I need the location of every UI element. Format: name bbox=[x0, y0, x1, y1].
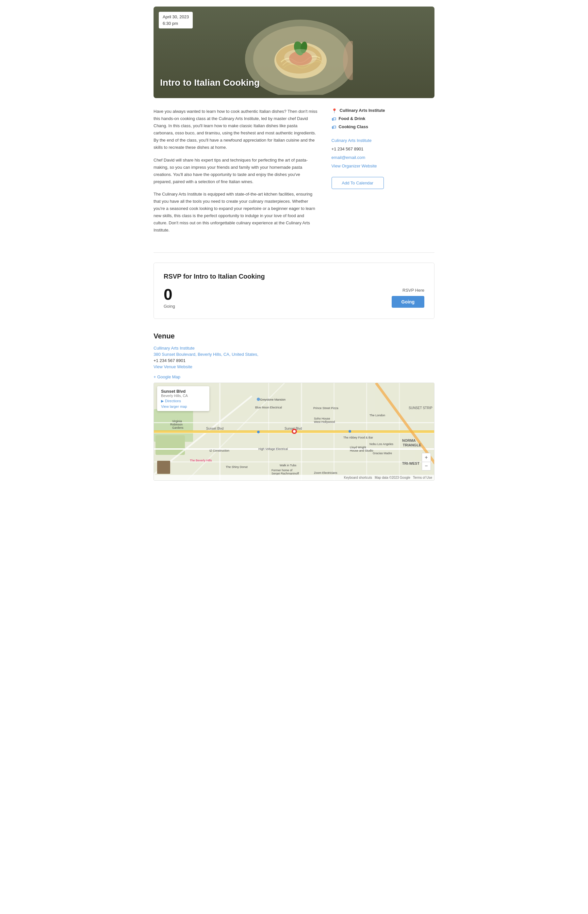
map-place-sub: Beverly Hills, CA bbox=[161, 394, 205, 398]
event-description: Have you always wanted to learn how to c… bbox=[153, 108, 318, 239]
map-larger-link[interactable]: View larger map bbox=[161, 405, 205, 408]
map-container: Sunset Blvd Sunset Blvd Greystone Mansio… bbox=[153, 382, 435, 481]
map-terms-label: Terms of Use bbox=[413, 476, 432, 480]
svg-text:Soho House: Soho House bbox=[314, 417, 330, 420]
svg-text:The London: The London bbox=[370, 414, 385, 417]
rsvp-title: RSVP for Intro to Italian Cooking bbox=[164, 273, 424, 280]
venue-info-item: 📍 Cullinary Arts Institute bbox=[331, 108, 435, 113]
svg-point-7 bbox=[284, 49, 317, 65]
rsvp-going-label: Going bbox=[164, 304, 379, 309]
svg-text:TRIANGLE: TRIANGLE bbox=[403, 443, 421, 447]
rsvp-right: RSVP Here Going bbox=[392, 288, 424, 308]
svg-rect-13 bbox=[154, 448, 434, 450]
map-zoom-controls: + − bbox=[422, 453, 431, 471]
rsvp-section: RSVP for Intro to Italian Cooking 0 Goin… bbox=[153, 263, 435, 319]
map-thumbnail bbox=[157, 461, 170, 474]
svg-text:House and Studio: House and Studio bbox=[350, 449, 373, 452]
svg-text:The Shiny Donut: The Shiny Donut bbox=[226, 465, 248, 468]
svg-rect-11 bbox=[155, 435, 185, 455]
category2-item: 🏷 Cooking Class bbox=[331, 124, 435, 130]
svg-text:The Abbey Food & Bar: The Abbey Food & Bar bbox=[343, 436, 373, 439]
svg-text:Former home of: Former home of bbox=[271, 468, 293, 472]
svg-point-28 bbox=[257, 398, 260, 401]
svg-text:Lloyd Wright: Lloyd Wright bbox=[350, 446, 366, 449]
description-para-1: Have you always wanted to learn how to c… bbox=[153, 108, 318, 151]
rsvp-count-area: 0 Going bbox=[164, 287, 379, 309]
venue-name-link[interactable]: Cullinary Arts Institute bbox=[153, 346, 435, 350]
svg-point-57 bbox=[257, 431, 260, 433]
event-title: Intro to Italian Cooking bbox=[160, 77, 260, 88]
date-badge: April 30, 2023 6:30 pm bbox=[159, 12, 193, 28]
main-content: Have you always wanted to learn how to c… bbox=[153, 108, 435, 239]
hero-banner: April 30, 2023 6:30 pm Intro to Italian … bbox=[153, 6, 435, 98]
organizer-phone: +1 234 567 8901 bbox=[331, 146, 363, 151]
rsvp-here-label: RSVP Here bbox=[392, 288, 424, 293]
event-sidebar: 📍 Cullinary Arts Institute 🏷 Food & Drin… bbox=[331, 108, 435, 239]
map-data-label: Map data ©2023 Google bbox=[375, 476, 410, 480]
venue-section-title: Venue bbox=[153, 332, 435, 340]
venue-website-link[interactable]: View Venue Website bbox=[153, 364, 435, 369]
svg-text:Zoom Electricians: Zoom Electricians bbox=[314, 471, 338, 475]
svg-text:High Voltage Electrical: High Voltage Electrical bbox=[258, 447, 288, 451]
svg-text:Gardens: Gardens bbox=[172, 426, 184, 429]
category1-item: 🏷 Food & Drink bbox=[331, 116, 435, 122]
svg-text:NORMA: NORMA bbox=[402, 439, 416, 442]
description-para-2: Chef David will share his expert tips an… bbox=[153, 157, 318, 185]
svg-text:Nobu Los Angeles: Nobu Los Angeles bbox=[370, 442, 394, 446]
svg-text:Virginia: Virginia bbox=[172, 420, 182, 423]
tag-icon: 🏷 bbox=[331, 117, 336, 122]
map-info-box: Sunset Blvd Beverly Hills, CA ▶ Directio… bbox=[157, 386, 209, 411]
svg-text:Robinson: Robinson bbox=[170, 423, 183, 426]
map-zoom-in-button[interactable]: + bbox=[422, 453, 431, 462]
svg-rect-14 bbox=[154, 422, 434, 423]
svg-text:Walk in Tubs: Walk in Tubs bbox=[279, 464, 297, 467]
organizer-website-link[interactable]: View Organizer Website bbox=[331, 162, 435, 170]
venue-address: 380 Sunset Boulevard, Beverly Hills, CA,… bbox=[153, 352, 435, 357]
organizer-section: Culinary Arts Institute +1 234 567 8901 … bbox=[331, 136, 435, 170]
going-button[interactable]: Going bbox=[392, 296, 424, 308]
svg-text:TRI-WEST: TRI-WEST bbox=[402, 462, 420, 465]
map-zoom-out-button[interactable]: − bbox=[422, 462, 431, 470]
svg-text:Prince Street Pizza: Prince Street Pizza bbox=[313, 407, 338, 410]
description-para-3: The Culinary Arts Institute is equipped … bbox=[153, 191, 318, 234]
rsvp-count: 0 bbox=[164, 287, 379, 303]
venue-section: Venue Cullinary Arts Institute 380 Sunse… bbox=[153, 332, 435, 481]
google-map-link[interactable]: + Google Map bbox=[153, 374, 435, 379]
add-to-calendar-button[interactable]: Add To Calendar bbox=[331, 177, 384, 189]
svg-text:Gracias Madre: Gracias Madre bbox=[373, 452, 392, 455]
section-divider bbox=[153, 253, 435, 253]
svg-text:The Beverly Hills: The Beverly Hills bbox=[190, 459, 212, 462]
svg-point-31 bbox=[293, 430, 296, 433]
svg-text:IZ Construction: IZ Construction bbox=[209, 449, 229, 452]
svg-text:West Hollywood: West Hollywood bbox=[314, 420, 335, 423]
svg-text:Greystone Mansion: Greystone Mansion bbox=[260, 398, 286, 401]
directions-icon: ▶ bbox=[161, 399, 164, 403]
map-place-name: Sunset Blvd bbox=[161, 389, 205, 394]
organizer-email-link[interactable]: email@email.com bbox=[331, 153, 435, 162]
rsvp-inner: 0 Going RSVP Here Going bbox=[164, 287, 424, 309]
map-keyboard-label: Keyboard shortcuts bbox=[344, 476, 372, 480]
location-icon: 📍 bbox=[331, 108, 337, 113]
venue-phone: +1 234 567 8901 bbox=[153, 358, 435, 363]
organizer-name-link[interactable]: Culinary Arts Institute bbox=[331, 136, 435, 145]
svg-text:SUNSET STRIP: SUNSET STRIP bbox=[409, 406, 433, 410]
svg-point-58 bbox=[349, 430, 351, 433]
map-footer: Keyboard shortcuts Map data ©2023 Google… bbox=[154, 475, 434, 480]
svg-text:Blue Moon Electrical: Blue Moon Electrical bbox=[255, 406, 282, 409]
tag2-icon: 🏷 bbox=[331, 125, 336, 130]
map-directions-link[interactable]: ▶ Directions bbox=[161, 399, 205, 403]
svg-text:Sunset Blvd: Sunset Blvd bbox=[206, 427, 223, 430]
